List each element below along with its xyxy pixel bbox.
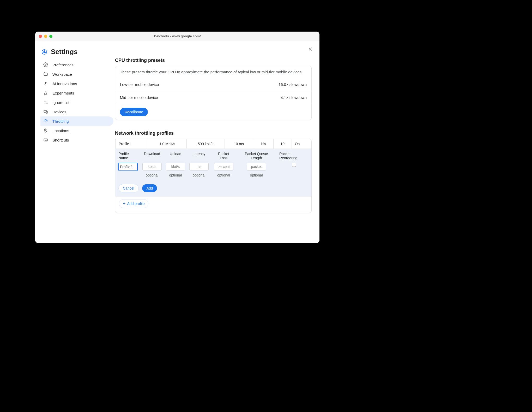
window-title: DevTools - www.google.com/	[35, 34, 319, 38]
sidebar-item-ai-innovations[interactable]: AI innovations	[40, 79, 113, 88]
main-panel: CPU throttling presets These presets thr…	[115, 48, 312, 236]
sidebar-list: Preferences Workspace AI innovations Exp…	[40, 60, 113, 145]
download-input[interactable]	[142, 163, 162, 170]
settings-header: Settings	[40, 48, 113, 60]
cpu-preset-row: Mid-tier mobile device 4.1× slowdown	[115, 91, 311, 104]
cpu-section-title: CPU throttling presets	[115, 58, 312, 63]
cpu-card-footer: Recalibrate	[115, 104, 311, 120]
add-profile-button[interactable]: + Add profile	[119, 199, 148, 208]
network-profiles-card: Profile1 1.0 Mbit/s 500 kbit/s 10 ms 1% …	[115, 139, 312, 213]
sidebar-item-label: Throttling	[52, 119, 69, 123]
sidebar-item-label: AI innovations	[52, 81, 77, 86]
sidebar-item-label: Workspace	[52, 72, 72, 76]
header-download: Download	[140, 149, 164, 162]
sidebar-item-label: Locations	[52, 128, 69, 133]
add-button[interactable]: Add	[142, 184, 157, 192]
optional-label: optional	[237, 172, 276, 181]
sidebar-item-label: Ignore list	[52, 100, 69, 105]
sidebar-item-label: Shortcuts	[52, 138, 69, 142]
cell-latency: 10 ms	[225, 139, 253, 149]
gauge-icon	[43, 119, 48, 124]
action-row: Cancel Add	[115, 181, 311, 197]
folder-icon	[43, 72, 48, 77]
sidebar-item-locations[interactable]: Locations	[40, 126, 113, 135]
cancel-button[interactable]: Cancel	[118, 184, 139, 192]
recalibrate-button[interactable]: Recalibrate	[120, 108, 148, 116]
plus-icon: +	[123, 201, 126, 206]
cell-name: Profile1	[116, 139, 148, 149]
edit-table: Profile Name Download Upload Latency Pac…	[115, 149, 311, 197]
reordering-checkbox[interactable]	[292, 163, 296, 167]
queue-length-input[interactable]	[247, 163, 266, 170]
gear-icon	[43, 62, 48, 67]
sidebar-item-label: Experiments	[52, 91, 74, 95]
sidebar-item-shortcuts[interactable]: Shortcuts	[40, 135, 113, 145]
svg-point-7	[45, 130, 46, 131]
input-row	[115, 162, 311, 172]
table-row[interactable]: Profile1 1.0 Mbit/s 500 kbit/s 10 ms 1% …	[116, 139, 311, 149]
list-x-icon	[43, 100, 48, 105]
preset-name: Mid-tier mobile device	[120, 95, 158, 100]
add-profile-label: Add profile	[127, 202, 145, 206]
header-name: Profile Name	[115, 149, 140, 162]
sparkle-icon	[43, 81, 48, 86]
upload-input[interactable]	[166, 163, 185, 170]
optional-row: optional optional optional optional opti…	[115, 172, 311, 181]
header-latency: Latency	[187, 149, 211, 162]
chrome-logo-icon	[41, 49, 47, 55]
cell-reordering: On	[292, 139, 311, 149]
svg-point-1	[43, 51, 45, 53]
sidebar-item-experiments[interactable]: Experiments	[40, 88, 113, 98]
svg-point-4	[44, 85, 45, 85]
cell-download: 1.0 Mbit/s	[148, 139, 186, 149]
optional-label: optional	[187, 172, 211, 181]
preset-value: 4.1× slowdown	[281, 95, 307, 100]
svg-point-2	[45, 64, 46, 66]
latency-input[interactable]	[189, 163, 209, 170]
sidebar-item-throttling[interactable]: Throttling	[40, 116, 113, 126]
content-area: Settings Preferences Workspace AI innova…	[35, 41, 319, 243]
devices-icon	[43, 109, 48, 114]
packet-loss-input[interactable]	[214, 163, 233, 170]
edit-profile-zone: Profile Name Download Upload Latency Pac…	[115, 149, 311, 197]
header-reorder: Packet Reordering	[276, 149, 311, 162]
header-queue: Packet Queue Length	[237, 149, 276, 162]
optional-label: optional	[211, 172, 237, 181]
sidebar: Settings Preferences Workspace AI innova…	[39, 48, 115, 236]
devtools-window: DevTools - www.google.com/ Settings Pref…	[35, 32, 319, 243]
network-table: Profile1 1.0 Mbit/s 500 kbit/s 10 ms 1% …	[115, 139, 311, 149]
cpu-description: These presets throttle your CPU to appro…	[115, 66, 311, 78]
optional-label: optional	[140, 172, 164, 181]
header-row: Profile Name Download Upload Latency Pac…	[115, 149, 311, 162]
cell-upload: 500 kbit/s	[186, 139, 225, 149]
cpu-presets-card: These presets throttle your CPU to appro…	[115, 66, 312, 120]
sidebar-item-label: Devices	[52, 110, 66, 114]
add-profile-footer: + Add profile	[115, 197, 311, 213]
cpu-preset-row: Low-tier mobile device 16.0× slowdown	[115, 78, 311, 91]
svg-rect-8	[44, 139, 47, 141]
network-section-title: Network throttling profiles	[115, 131, 312, 136]
cell-packet-loss: 1%	[253, 139, 273, 149]
sidebar-item-devices[interactable]: Devices	[40, 107, 113, 116]
keyboard-icon	[43, 137, 48, 143]
titlebar: DevTools - www.google.com/	[35, 32, 319, 41]
svg-point-3	[46, 82, 47, 83]
close-icon[interactable]	[307, 46, 313, 52]
header-loss: Packet Loss	[211, 149, 237, 162]
settings-title: Settings	[51, 48, 78, 56]
sidebar-item-preferences[interactable]: Preferences	[40, 60, 113, 69]
sidebar-item-workspace[interactable]: Workspace	[40, 69, 113, 79]
optional-label: optional	[164, 172, 187, 181]
preset-name: Low-tier mobile device	[120, 82, 159, 87]
preset-value: 16.0× slowdown	[279, 82, 307, 87]
sidebar-item-label: Preferences	[52, 63, 74, 67]
map-pin-icon	[43, 128, 48, 133]
profile-name-input[interactable]	[118, 163, 138, 171]
cell-queue-length: 10	[273, 139, 292, 149]
header-upload: Upload	[164, 149, 187, 162]
sidebar-item-ignore-list[interactable]: Ignore list	[40, 98, 113, 107]
flask-icon	[43, 90, 48, 96]
